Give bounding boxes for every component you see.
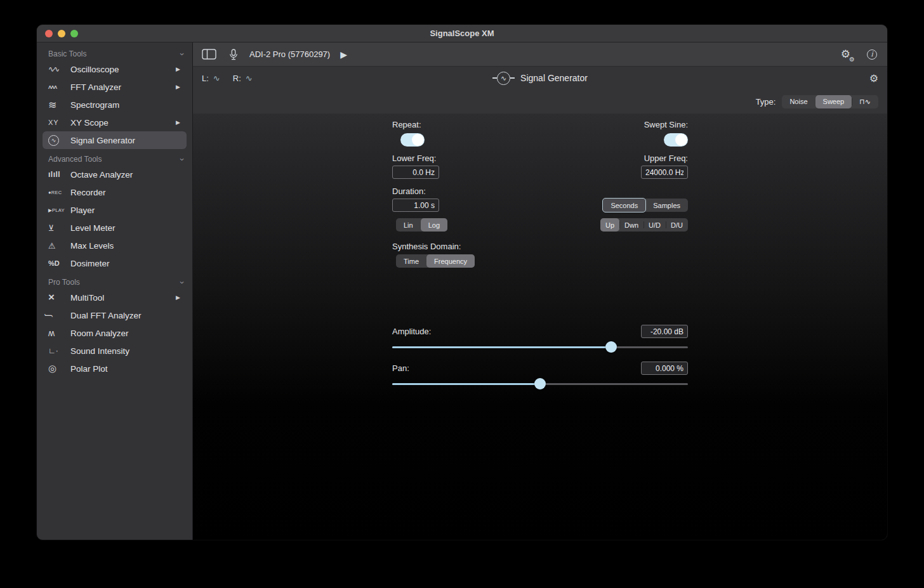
repeat-toggle[interactable] xyxy=(400,133,425,147)
duration-input[interactable] xyxy=(392,199,439,212)
amplitude-slider-fill xyxy=(392,346,611,348)
sidebar-item-dosimeter[interactable]: %D Dosimeter xyxy=(43,254,187,272)
repeat-label: Repeat: xyxy=(392,120,421,129)
sidebar-section-pro-tools[interactable]: Pro Tools › xyxy=(37,272,192,289)
pan-input[interactable] xyxy=(641,362,688,375)
direction-option-ud[interactable]: U/D xyxy=(644,218,666,232)
chevron-down-icon[interactable]: › xyxy=(177,53,187,55)
submenu-arrow-icon[interactable]: ▶ xyxy=(176,66,180,72)
sidebar-item-sound-intensity[interactable]: ∟· Sound Intensity xyxy=(43,342,187,360)
play-button[interactable]: ▶ xyxy=(340,49,347,60)
left-channel-label: L: xyxy=(202,74,209,83)
upper-freq-label: Upper Freq: xyxy=(644,154,688,163)
tool-header: L: ∿ R: ∿ ∿ Signal Generator xyxy=(193,67,887,114)
sidebar-section-basic-tools[interactable]: Basic Tools › xyxy=(37,44,192,60)
swept-sine-toggle[interactable] xyxy=(664,133,688,147)
toggle-sidebar-icon[interactable] xyxy=(202,49,216,60)
signal-generator-icon: ∿ xyxy=(48,135,70,146)
sidebar-item-multitool[interactable]: × MultiTool ▶ xyxy=(43,289,187,306)
lower-freq-input[interactable] xyxy=(392,166,439,179)
section-label: Basic Tools xyxy=(48,49,86,58)
left-channel-wave-icon[interactable]: ∿ xyxy=(213,74,220,83)
section-label: Pro Tools xyxy=(48,278,80,287)
amplitude-input[interactable] xyxy=(641,325,688,338)
type-option-noise[interactable]: Noise xyxy=(782,95,815,108)
direction-option-dwn[interactable]: Dwn xyxy=(619,218,644,232)
pan-slider[interactable] xyxy=(392,378,688,389)
sidebar-item-label: Dosimeter xyxy=(70,259,110,268)
sidebar-item-spectrogram[interactable]: ≋ Spectrogram xyxy=(43,96,187,114)
pan-slider-thumb[interactable] xyxy=(534,378,546,389)
scale-segmented-control: Lin Log xyxy=(396,218,447,232)
sidebar-item-label: Room Analyzer xyxy=(70,329,129,338)
synthesis-option-frequency[interactable]: Frequency xyxy=(426,254,475,268)
sidebar-item-label: Sound Intensity xyxy=(70,346,129,356)
submenu-arrow-icon[interactable]: ▶ xyxy=(176,294,180,301)
sidebar-item-fft-analyzer[interactable]: ΛΛΛ FFT Analyzer ▶ xyxy=(43,78,187,96)
sidebar-item-octave-analyzer[interactable]: ılıll Octave Analyzer xyxy=(43,166,187,183)
type-option-sweep[interactable]: Sweep xyxy=(815,95,852,108)
level-meter-icon: ⊻ xyxy=(48,223,70,233)
sidebar-item-oscilloscope[interactable]: ∿∿ Oscilloscope ▶ xyxy=(43,60,187,78)
device-selector[interactable]: ADI-2 Pro (57760297) xyxy=(249,49,330,59)
upper-freq-input[interactable] xyxy=(641,166,688,179)
synthesis-option-time[interactable]: Time xyxy=(396,254,426,268)
sidebar-item-recorder[interactable]: ●REC Recorder xyxy=(43,183,187,201)
submenu-arrow-icon[interactable]: ▶ xyxy=(176,119,180,126)
duration-label: Duration: xyxy=(392,186,426,196)
right-channel-label: R: xyxy=(233,74,241,83)
sidebar-item-label: Dual FFT Analyzer xyxy=(70,311,142,320)
type-option-waveform[interactable]: ⊓∿ xyxy=(852,95,878,108)
spectrogram-icon: ≋ xyxy=(48,99,70,111)
multitool-icon: × xyxy=(48,291,70,304)
amplitude-slider[interactable] xyxy=(392,341,688,353)
pan-slider-fill xyxy=(392,383,540,385)
room-analyzer-icon: ʍ xyxy=(48,328,70,338)
channel-indicators: L: ∿ R: ∿ xyxy=(202,74,253,83)
settings-gears-icon[interactable]: ⚙ ⚙ xyxy=(841,48,850,61)
recorder-icon: ●REC xyxy=(48,190,70,195)
sidebar-item-xy-scope[interactable]: XY XY Scope ▶ xyxy=(43,114,187,131)
title-bar: SignalScope XM xyxy=(37,25,887,42)
sidebar-item-dual-fft-analyzer[interactable]: ∫ Dual FFT Analyzer xyxy=(43,306,187,324)
tool-content: Repeat: Swept Sine: Lower Freq: Upper Fr… xyxy=(193,114,887,540)
scale-option-lin[interactable]: Lin xyxy=(396,218,421,232)
sidebar-item-label: XY Scope xyxy=(70,118,109,127)
direction-option-up[interactable]: Up xyxy=(600,218,619,232)
sidebar-item-label: MultiTool xyxy=(70,293,104,303)
duration-unit-segmented-control: Seconds Samples xyxy=(603,199,688,212)
chevron-down-icon[interactable]: › xyxy=(177,281,187,284)
sidebar-item-label: Octave Analyzer xyxy=(70,170,133,180)
swept-sine-label: Swept Sine: xyxy=(644,120,688,129)
sidebar-item-max-levels[interactable]: ⚠ Max Levels xyxy=(43,237,187,254)
signal-generator-header-icon: ∿ xyxy=(492,72,515,85)
sidebar-item-label: Max Levels xyxy=(70,241,114,251)
lower-freq-label: Lower Freq: xyxy=(392,154,436,163)
max-levels-icon: ⚠ xyxy=(48,241,70,251)
sidebar: Basic Tools › ∿∿ Oscilloscope ▶ ΛΛΛ FFT … xyxy=(37,42,193,540)
synthesis-domain-segmented-control: Time Frequency xyxy=(396,254,475,268)
tool-title: ∿ Signal Generator xyxy=(193,72,887,85)
sound-intensity-icon: ∟· xyxy=(48,346,70,355)
chevron-down-icon[interactable]: › xyxy=(177,158,187,160)
amplitude-slider-thumb[interactable] xyxy=(605,341,617,353)
type-segmented-control: Noise Sweep ⊓∿ xyxy=(782,95,878,108)
microphone-icon[interactable] xyxy=(229,49,238,60)
duration-unit-seconds[interactable]: Seconds xyxy=(602,198,646,212)
sidebar-item-level-meter[interactable]: ⊻ Level Meter xyxy=(43,219,187,237)
scale-option-log[interactable]: Log xyxy=(421,218,447,232)
info-icon[interactable]: i xyxy=(867,49,877,60)
submenu-arrow-icon[interactable]: ▶ xyxy=(176,84,180,90)
sidebar-item-signal-generator[interactable]: ∿ Signal Generator xyxy=(43,131,187,149)
tool-settings-gear-icon[interactable]: ⚙ xyxy=(869,72,878,84)
right-channel-wave-icon[interactable]: ∿ xyxy=(246,74,253,83)
sidebar-item-room-analyzer[interactable]: ʍ Room Analyzer xyxy=(43,324,187,342)
duration-unit-samples[interactable]: Samples xyxy=(645,199,688,212)
xy-scope-icon: XY xyxy=(48,119,70,126)
sidebar-item-polar-plot[interactable]: ◎ Polar Plot xyxy=(43,360,187,377)
oscilloscope-icon: ∿∿ xyxy=(48,65,70,74)
direction-option-du[interactable]: D/U xyxy=(666,218,688,232)
sidebar-item-player[interactable]: ▶PLAY Player xyxy=(43,201,187,219)
sidebar-section-advanced-tools[interactable]: Advanced Tools › xyxy=(37,149,192,166)
sidebar-item-label: FFT Analyzer xyxy=(70,82,121,92)
